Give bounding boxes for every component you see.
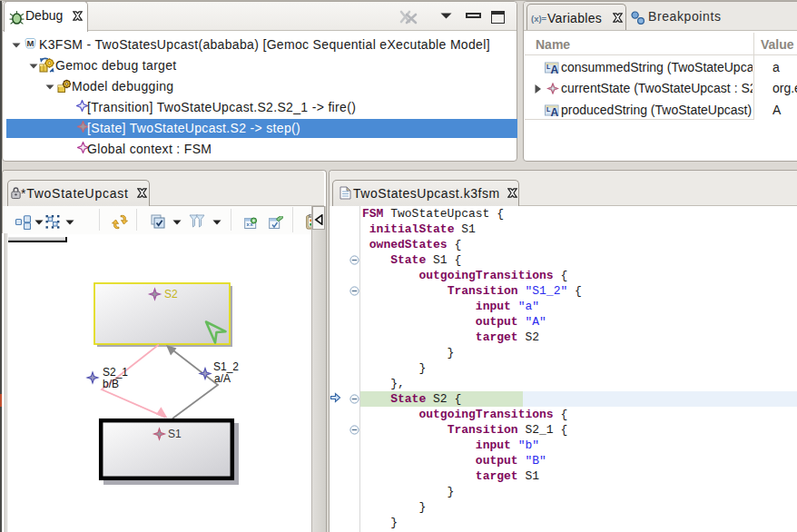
- svg-text:a/A: a/A: [214, 372, 231, 385]
- svg-text:b/B: b/B: [103, 378, 119, 390]
- svg-text:A: A: [551, 106, 559, 117]
- svg-text:S1: S1: [168, 428, 182, 440]
- svg-text:S1_2: S1_2: [213, 360, 239, 373]
- svg-text:S2: S2: [164, 288, 178, 300]
- svg-text:M: M: [27, 38, 34, 48]
- svg-text:A: A: [551, 64, 559, 74]
- svg-text:S2_1: S2_1: [103, 366, 128, 379]
